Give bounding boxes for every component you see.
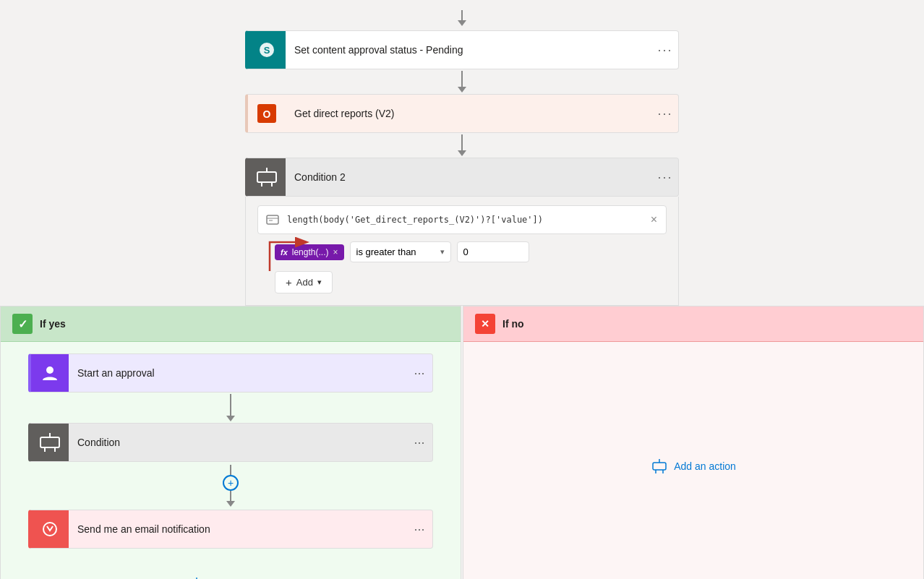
chevron-down-icon: ▾ (440, 247, 445, 257)
fx-chip[interactable]: fx length(...) × (275, 244, 344, 260)
split-section: ✓ If yes Start an approval ··· (0, 306, 924, 579)
plus-connector: + (223, 465, 239, 507)
condition2-card: Condition 2 ··· (245, 158, 679, 197)
add-condition-button[interactable]: + Add ▾ (275, 271, 333, 293)
branch-yes-label: If yes (40, 318, 66, 330)
connector-1 (458, 71, 466, 93)
fx-chip-close[interactable]: × (333, 247, 338, 257)
office-card-title: Get direct reports (V2) (286, 108, 652, 119)
svg-point-12 (46, 366, 54, 374)
condition-more-button[interactable]: ··· (406, 424, 432, 461)
email-card-title: Send me an email notification (69, 523, 406, 535)
approval-card: Start an approval ··· (28, 353, 433, 393)
office-icon: O (248, 95, 286, 132)
office-card: O Get direct reports (V2) ··· (245, 94, 679, 133)
condition-fields: fx length(...) × is greater than ▾ 0 (257, 241, 667, 262)
add-action-yes-icon (188, 576, 205, 579)
branch-no-header: ✕ If no (463, 306, 923, 342)
condition-operator-label: is greater than (356, 246, 436, 257)
expression-icon (264, 211, 281, 228)
expression-row: length(body('Get_direct_reports_(V2)')?[… (257, 205, 667, 234)
svg-rect-13 (40, 437, 59, 447)
condition-card-title: Condition (69, 437, 406, 448)
add-action-yes-button[interactable]: Add an action (176, 570, 285, 579)
branch-if-no: ✕ If no Add an action (463, 306, 924, 579)
email-icon (31, 510, 69, 548)
plus-icon: + (286, 276, 292, 288)
branch-no-label: If no (502, 318, 524, 330)
svg-text:S: S (264, 45, 270, 56)
svg-rect-4 (257, 172, 276, 182)
fx-chip-label: length(...) (292, 247, 329, 257)
expression-close-button[interactable]: × (648, 210, 660, 229)
condition-sm-icon (31, 424, 69, 461)
email-card: Send me an email notification ··· (28, 510, 433, 549)
office-more-button[interactable]: ··· (652, 95, 678, 132)
branch-yes-header: ✓ If yes (1, 306, 461, 342)
sharepoint-icon: S (248, 31, 286, 69)
svg-point-17 (43, 523, 56, 536)
approval-icon (31, 354, 69, 392)
condition-card: Condition ··· (28, 423, 433, 462)
branch-no-content: Add an action (463, 342, 923, 544)
svg-rect-22 (653, 463, 666, 470)
condition-value-input[interactable]: 0 (457, 241, 529, 262)
condition2-icon (248, 158, 286, 196)
add-button-label: Add (296, 277, 313, 288)
sharepoint-card: S Set content approval status - Pending … (245, 30, 679, 69)
add-chevron-icon: ▾ (317, 278, 322, 287)
svg-text:O: O (263, 108, 271, 120)
checkmark-icon: ✓ (12, 314, 33, 334)
approval-more-button[interactable]: ··· (406, 354, 432, 392)
branch-if-yes: ✓ If yes Start an approval ··· (0, 306, 461, 579)
plus-circle-button[interactable]: + (223, 475, 239, 491)
svg-rect-8 (267, 215, 278, 224)
condition-operator-select[interactable]: is greater than ▾ (350, 241, 451, 262)
connector-2 (458, 134, 466, 156)
add-action-no-label: Add an action (674, 460, 736, 472)
email-more-button[interactable]: ··· (406, 510, 432, 548)
condition-expanded-area: length(body('Get_direct_reports_(V2)')?[… (245, 197, 679, 306)
fx-label: fx (281, 248, 288, 257)
sharepoint-more-button[interactable]: ··· (652, 31, 678, 69)
condition2-more-button[interactable]: ··· (652, 158, 678, 196)
add-condition-area: + Add ▾ (257, 271, 667, 293)
x-icon: ✕ (475, 314, 495, 334)
condition-value-text: 0 (463, 246, 469, 257)
branch-yes-content: Start an approval ··· Conditio (1, 342, 461, 579)
condition2-card-title: Condition 2 (286, 171, 652, 183)
approval-card-title: Start an approval (69, 367, 406, 379)
add-action-no-icon (651, 458, 668, 475)
expression-text: length(body('Get_direct_reports_(V2)')?[… (287, 215, 648, 225)
branch-connector-1 (226, 394, 235, 421)
add-action-no-button[interactable]: Add an action (639, 452, 748, 481)
sharepoint-card-title: Set content approval status - Pending (286, 44, 652, 56)
